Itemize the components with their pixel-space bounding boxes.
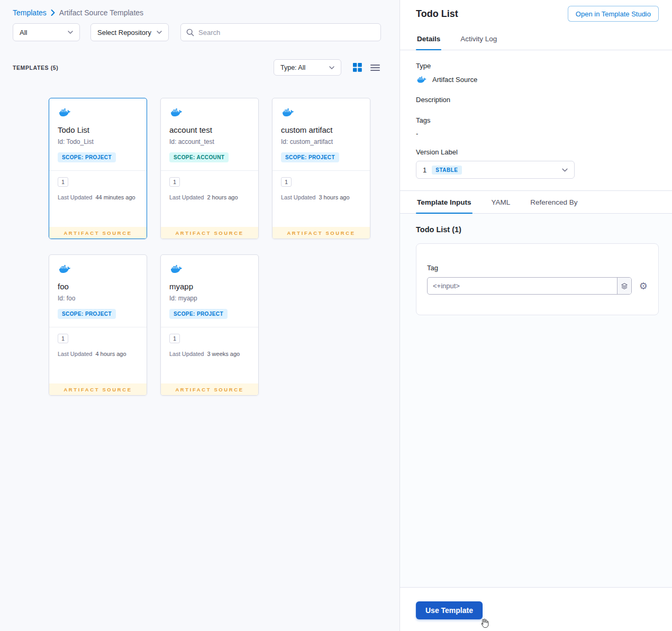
template-card-id: Id: myapp [169, 295, 250, 302]
tab-referenced-by[interactable]: Referenced By [529, 191, 578, 213]
divider [161, 170, 258, 171]
template-card-custom-artifact[interactable]: custom artifact Id: custom_artifact SCOP… [272, 98, 370, 239]
tab-activity-log[interactable]: Activity Log [459, 28, 498, 50]
chevron-down-icon [157, 31, 162, 34]
panel-header: Todo List Open in Template Studio [400, 0, 672, 28]
template-details-panel: Todo List Open in Template Studio Detail… [399, 0, 672, 631]
template-card-id: Id: Todo_List [58, 138, 138, 145]
list-view-icon[interactable] [370, 64, 380, 71]
last-updated: Last Updated3 weeks ago [169, 351, 250, 357]
input-type-selector-icon[interactable] [617, 278, 631, 294]
docker-icon [169, 263, 184, 275]
tag-input[interactable] [428, 278, 617, 294]
chevron-down-icon [68, 31, 73, 34]
divider [49, 327, 147, 327]
version-count-badge: 1 [169, 177, 180, 187]
template-card-foo[interactable]: foo Id: foo SCOPE: PROJECT 1 Last Update… [49, 254, 147, 396]
divider [273, 170, 370, 171]
scope-filter-select[interactable]: All [13, 23, 80, 41]
template-card-title: foo [58, 282, 138, 291]
inputs-title: Todo List (1) [416, 225, 659, 234]
template-card-id: Id: foo [58, 295, 138, 302]
inputs-tabs: Template Inputs YAML Referenced By [400, 190, 672, 214]
scope-badge: SCOPE: ACCOUNT [169, 152, 229, 162]
template-card-myapp[interactable]: myapp Id: myapp SCOPE: PROJECT 1 Last Up… [160, 254, 259, 396]
type-label: Type [416, 62, 659, 70]
scope-badge: SCOPE: PROJECT [58, 152, 116, 162]
details-tabs: Details Activity Log [400, 28, 672, 50]
open-in-template-studio-button[interactable]: Open in Template Studio [568, 6, 659, 22]
docker-icon [58, 263, 72, 275]
scope-filter-value: All [20, 29, 27, 36]
inputs-card: Tag ⚙ [416, 243, 659, 315]
filter-row: All Select Repository [13, 23, 387, 41]
repository-filter-value: Select Repository [97, 29, 151, 36]
search-box [180, 23, 381, 41]
breadcrumb: Templates Artifact Source Templates [13, 8, 387, 17]
type-value: Artifact Source [432, 76, 477, 84]
version-count-badge: 1 [169, 334, 180, 343]
docker-icon [416, 75, 428, 84]
template-card-title: account test [169, 125, 250, 134]
tags-label: Tags [416, 116, 659, 124]
template-type-footer: ARTIFACT SOURCE [49, 383, 147, 395]
tab-details[interactable]: Details [416, 28, 441, 50]
use-template-button[interactable]: Use Template [416, 601, 483, 619]
panel-footer: Use Template [400, 587, 672, 631]
chevron-down-icon [562, 168, 568, 172]
tag-input-group [427, 277, 632, 295]
template-inputs-section: Todo List (1) Tag ⚙ [400, 214, 672, 587]
tab-template-inputs[interactable]: Template Inputs [416, 191, 473, 213]
scope-badge: SCOPE: PROJECT [281, 152, 339, 162]
version-value: 1 [423, 166, 426, 174]
scope-badge: SCOPE: PROJECT [169, 309, 228, 319]
details-section: Type Artifact Source Description Tags - … [400, 50, 672, 190]
divider [49, 170, 147, 171]
chevron-down-icon [329, 66, 334, 69]
divider [161, 327, 258, 327]
version-select[interactable]: 1 STABLE [416, 161, 575, 179]
breadcrumb-templates-link[interactable]: Templates [13, 8, 47, 17]
templates-count-label: TEMPLATES (5) [13, 65, 58, 71]
last-updated: Last Updated4 hours ago [58, 351, 138, 357]
tags-value: - [416, 130, 659, 138]
template-type-footer: ARTIFACT SOURCE [161, 383, 258, 395]
template-card-todo-list[interactable]: Todo List Id: Todo_List SCOPE: PROJECT 1… [49, 98, 147, 239]
template-type-footer: ARTIFACT SOURCE [161, 227, 258, 239]
templates-listing-panel: Templates Artifact Source Templates All … [0, 0, 399, 631]
docker-icon [58, 107, 72, 118]
template-cards-grid: Todo List Id: Todo_List SCOPE: PROJECT 1… [13, 98, 387, 396]
type-filter-select[interactable]: Type: All [274, 59, 341, 76]
template-card-id: Id: account_test [169, 138, 250, 145]
scope-badge: SCOPE: PROJECT [58, 309, 116, 319]
view-toggles [353, 63, 380, 72]
search-icon [186, 29, 194, 36]
docker-icon [281, 107, 295, 118]
stable-badge: STABLE [432, 166, 461, 175]
version-count-badge: 1 [58, 334, 68, 343]
template-card-id: Id: custom_artifact [281, 138, 361, 145]
settings-gear-icon[interactable]: ⚙ [639, 281, 648, 291]
description-label: Description [416, 96, 659, 104]
template-card-account-test[interactable]: account test Id: account_test SCOPE: ACC… [160, 98, 259, 239]
template-type-footer: ARTIFACT SOURCE [273, 227, 370, 239]
template-card-title: myapp [169, 282, 250, 291]
breadcrumb-current: Artifact Source Templates [59, 8, 143, 17]
repository-filter-select[interactable]: Select Repository [90, 23, 169, 41]
template-card-title: custom artifact [281, 125, 361, 134]
template-type-footer: ARTIFACT SOURCE [49, 227, 147, 239]
last-updated: Last Updated44 minutes ago [58, 194, 138, 200]
tag-label: Tag [427, 264, 648, 272]
version-count-badge: 1 [281, 177, 292, 187]
search-input[interactable] [198, 29, 375, 36]
docker-icon [169, 107, 184, 118]
panel-title: Todo List [416, 8, 458, 20]
list-header: TEMPLATES (5) Type: All [13, 59, 387, 76]
breadcrumb-chevron-icon [51, 10, 55, 16]
tab-yaml[interactable]: YAML [491, 191, 512, 213]
version-label: Version Label [416, 148, 659, 156]
grid-view-icon[interactable] [353, 63, 362, 72]
version-count-badge: 1 [58, 177, 68, 187]
last-updated: Last Updated2 hours ago [169, 194, 250, 200]
template-card-title: Todo List [58, 125, 138, 134]
